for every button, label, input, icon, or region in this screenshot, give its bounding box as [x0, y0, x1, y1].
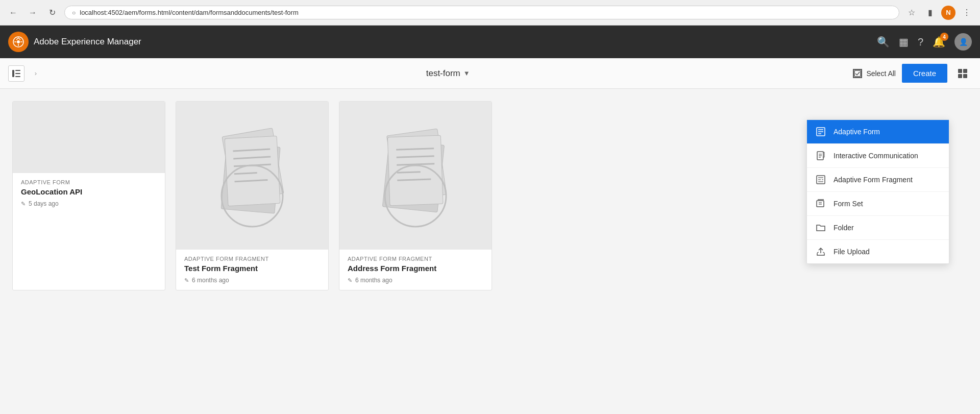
svg-rect-2	[12, 70, 14, 77]
sidebar-toggle-button[interactable]	[8, 65, 24, 82]
folder-label: Folder	[834, 224, 854, 232]
select-all-checkbox[interactable]	[853, 69, 862, 78]
lock-icon: ○	[72, 9, 76, 16]
card-date-2: 6 months ago	[192, 277, 229, 284]
edit-icon: ✎	[21, 201, 26, 207]
url-text: localhost:4502/aem/forms.html/content/da…	[80, 9, 298, 16]
form-fragment-label: Adaptive Form Fragment	[834, 176, 913, 184]
browser-user-avatar[interactable]: N	[941, 6, 955, 20]
card-meta-2: ✎ 6 months ago	[184, 277, 320, 284]
card-meta-3: ✎ 6 months ago	[348, 277, 483, 284]
search-icon[interactable]: 🔍	[877, 36, 890, 48]
help-icon[interactable]: ?	[918, 36, 923, 48]
interactive-comm-label: Interactive Communication	[834, 152, 918, 160]
address-bar[interactable]: ○ localhost:4502/aem/forms.html/content/…	[64, 6, 899, 19]
dropdown-item-file-upload[interactable]: File Upload	[807, 240, 949, 263]
menu-button[interactable]: ⋮	[960, 6, 974, 20]
adaptive-form-label: Adaptive Form	[834, 128, 880, 136]
title-chevron-icon: ▼	[463, 69, 470, 77]
edit-icon-2: ✎	[184, 277, 189, 284]
breadcrumb-chevron: ›	[29, 66, 43, 81]
svg-rect-5	[15, 76, 20, 77]
dropdown-item-form-set[interactable]: Form Set	[807, 192, 949, 216]
folder-icon	[815, 223, 826, 232]
form-fragment-graphic	[201, 117, 303, 234]
card-test-form-fragment[interactable]: ADAPTIVE FORM FRAGMENT Test Form Fragmen…	[176, 101, 329, 290]
svg-rect-21	[225, 136, 280, 206]
aem-logo-area: Adobe Experience Manager	[8, 32, 141, 52]
extensions-button[interactable]: ▮	[923, 6, 937, 20]
apps-icon[interactable]: ▦	[899, 36, 909, 48]
address-form-graphic	[364, 117, 467, 234]
back-button[interactable]: ←	[6, 6, 20, 20]
reload-button[interactable]: ↻	[45, 6, 59, 20]
sidebar-toggle-icon	[12, 70, 20, 77]
create-dropdown-menu: Adaptive Form Interactive Communication	[806, 119, 949, 264]
card-address-form-fragment[interactable]: ADAPTIVE FORM FRAGMENT Address Form Frag…	[339, 101, 492, 290]
card-date-3: 6 months ago	[355, 277, 393, 284]
notifications-icon[interactable]: 🔔 4	[933, 36, 945, 48]
card-info-3: ADAPTIVE FORM FRAGMENT Address Form Frag…	[339, 250, 492, 290]
svg-rect-56	[817, 201, 824, 207]
card-type-2: ADAPTIVE FORM FRAGMENT	[184, 256, 320, 262]
card-thumbnail-blank	[13, 102, 165, 173]
select-all-area[interactable]: Select All	[853, 69, 896, 78]
browser-chrome: ← → ↻ ○ localhost:4502/aem/forms.html/co…	[0, 0, 980, 26]
svg-point-1	[17, 40, 20, 43]
svg-rect-3	[15, 70, 20, 71]
select-all-label: Select All	[866, 69, 896, 78]
form-set-label: Form Set	[834, 200, 863, 208]
svg-rect-4	[15, 73, 20, 74]
browser-actions: ☆ ▮ N ⋮	[904, 6, 974, 20]
file-upload-icon	[815, 247, 826, 256]
main-content: ADAPTIVE FORM GeoLocation API ✎ 5 days a…	[0, 89, 980, 303]
card-meta: ✎ 5 days ago	[21, 200, 157, 207]
svg-rect-10	[963, 74, 967, 78]
toolbar: › test-form ▼ Select All Create	[0, 58, 980, 89]
aem-title: Adobe Experience Manager	[34, 37, 141, 47]
svg-rect-6	[854, 70, 861, 77]
svg-rect-9	[958, 74, 962, 78]
aem-nav-icons: 🔍 ▦ ? 🔔 4 👤	[877, 33, 972, 51]
notification-badge: 4	[940, 33, 948, 41]
card-type-3: ADAPTIVE FORM FRAGMENT	[348, 256, 483, 262]
svg-rect-8	[963, 69, 967, 73]
file-upload-label: File Upload	[834, 248, 870, 256]
dropdown-item-folder[interactable]: Folder	[807, 216, 949, 240]
forward-button[interactable]: →	[26, 6, 40, 20]
aem-logo-icon	[12, 36, 24, 48]
folder-title: test-form	[426, 68, 460, 79]
card-date: 5 days ago	[29, 200, 59, 207]
card-thumbnail-2	[176, 102, 328, 250]
bookmark-button[interactable]: ☆	[904, 6, 919, 20]
create-button[interactable]: Create	[902, 64, 947, 83]
card-info-2: ADAPTIVE FORM FRAGMENT Test Form Fragmen…	[176, 250, 328, 290]
dropdown-item-form-fragment[interactable]: Adaptive Form Fragment	[807, 168, 949, 192]
form-fragment-icon	[815, 175, 826, 184]
card-type: ADAPTIVE FORM	[21, 179, 157, 185]
grid-view-icon	[958, 68, 968, 79]
toolbar-left: ›	[8, 65, 43, 82]
svg-rect-7	[958, 69, 962, 73]
folder-title-area[interactable]: test-form ▼	[426, 68, 470, 79]
aem-topnav: Adobe Experience Manager 🔍 ▦ ? 🔔 4 👤	[0, 26, 980, 58]
dropdown-item-adaptive-form[interactable]: Adaptive Form	[807, 120, 949, 144]
card-name-2: Test Form Fragment	[184, 264, 320, 273]
svg-rect-36	[387, 135, 443, 206]
aem-logo[interactable]	[8, 32, 29, 52]
card-name-3: Address Form Fragment	[348, 264, 483, 273]
grid-view-toggle[interactable]	[953, 64, 972, 83]
interactive-comm-icon	[815, 151, 826, 160]
card-geolocation[interactable]: ADAPTIVE FORM GeoLocation API ✎ 5 days a…	[12, 101, 165, 290]
card-thumbnail-3	[339, 102, 492, 250]
card-name: GeoLocation API	[21, 187, 157, 196]
checkbox-icon	[854, 70, 861, 77]
dropdown-item-interactive-comm[interactable]: Interactive Communication	[807, 144, 949, 168]
svg-line-40	[397, 172, 421, 173]
form-set-icon	[815, 199, 826, 208]
toolbar-right: Select All Create	[853, 64, 972, 83]
adaptive-form-icon	[815, 127, 826, 136]
card-info: ADAPTIVE FORM GeoLocation API ✎ 5 days a…	[13, 173, 165, 213]
edit-icon-3: ✎	[348, 277, 352, 284]
user-avatar[interactable]: 👤	[954, 33, 972, 51]
